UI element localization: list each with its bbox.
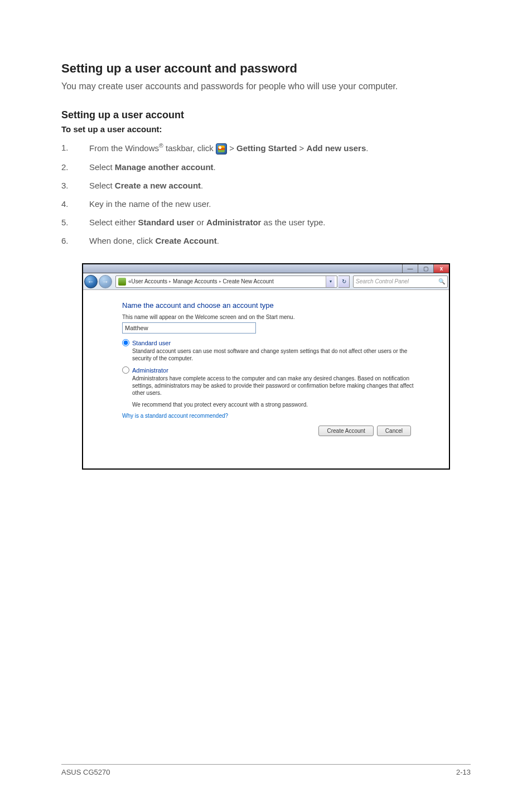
step3-a: Select bbox=[89, 181, 115, 190]
step5-c: or bbox=[194, 218, 206, 227]
refresh-button[interactable]: ↻ bbox=[338, 276, 350, 288]
why-standard-link[interactable]: Why is a standard account recommended? bbox=[122, 413, 430, 419]
close-button[interactable]: x bbox=[433, 264, 449, 273]
forward-button[interactable]: → bbox=[99, 275, 112, 288]
step1-c: > bbox=[227, 143, 236, 153]
content-sub: This name will appear on the Welcome scr… bbox=[122, 314, 430, 320]
recommend-text: We recommend that you protect every acco… bbox=[132, 401, 417, 408]
crumb-sep-1: ▸ bbox=[169, 279, 171, 284]
step1-d: Getting Started bbox=[236, 143, 297, 153]
screenshot-window: — ▢ x ← → « User Accounts ▸ Manage Accou… bbox=[82, 263, 450, 470]
step6-b: Create Account bbox=[155, 236, 216, 245]
step1-f: Add new users bbox=[307, 143, 366, 153]
intro-text: You may create user accounts and passwor… bbox=[61, 81, 471, 91]
step6-a: When done, click bbox=[89, 236, 155, 245]
content-area: Name the account and choose an account t… bbox=[83, 290, 449, 468]
step5-d: Administrator bbox=[206, 218, 261, 227]
step3-c: . bbox=[201, 181, 203, 190]
maximize-button[interactable]: ▢ bbox=[418, 264, 433, 273]
step-3: Select Create a new account. bbox=[61, 180, 471, 191]
step-6: When done, click Create Account. bbox=[61, 235, 471, 247]
standard-desc: Standard account users can use most soft… bbox=[132, 347, 417, 362]
step1-g: . bbox=[366, 143, 368, 153]
radio-admin-row[interactable]: Administrator bbox=[122, 366, 430, 374]
step2-c: . bbox=[214, 162, 216, 172]
nav-bar: ← → « User Accounts ▸ Manage Accounts ▸ … bbox=[83, 273, 449, 290]
radio-standard-label: Standard user bbox=[132, 340, 171, 346]
page-footer: ASUS CG5270 2-13 bbox=[61, 764, 471, 776]
content-heading: Name the account and choose an account t… bbox=[122, 301, 430, 310]
step5-e: as the user type. bbox=[261, 218, 325, 227]
search-placeholder: Search Control Panel bbox=[356, 278, 409, 284]
search-icon[interactable]: 🔍 bbox=[438, 278, 445, 284]
step3-b: Create a new account bbox=[115, 181, 201, 190]
user-accounts-icon bbox=[118, 278, 126, 286]
windows-flag-icon bbox=[216, 143, 227, 154]
account-name-input[interactable] bbox=[122, 322, 256, 334]
crumb-sep-2: ▸ bbox=[219, 279, 221, 284]
step5-b: Standard user bbox=[138, 218, 195, 227]
step1-b: taskbar, click bbox=[163, 143, 216, 153]
breadcrumb[interactable]: « User Accounts ▸ Manage Accounts ▸ Crea… bbox=[115, 276, 337, 288]
search-input[interactable]: Search Control Panel 🔍 bbox=[353, 276, 448, 288]
footer-left: ASUS CG5270 bbox=[61, 768, 110, 776]
radio-standard[interactable] bbox=[122, 339, 129, 346]
title-bar: — ▢ x bbox=[83, 264, 449, 273]
footer-right: 2-13 bbox=[456, 768, 471, 776]
step1-e: > bbox=[297, 143, 306, 153]
crumb-1[interactable]: User Accounts bbox=[132, 278, 167, 284]
step1-a: From the Windows bbox=[89, 143, 159, 153]
radio-admin[interactable] bbox=[122, 366, 129, 374]
radio-standard-row[interactable]: Standard user bbox=[122, 339, 430, 346]
minimize-button[interactable]: — bbox=[402, 264, 418, 273]
steps-list: From the Windows® taskbar, click > Getti… bbox=[61, 142, 471, 247]
breadcrumb-dropdown[interactable]: ▾ bbox=[326, 276, 335, 288]
step-2: Select Manage another account. bbox=[61, 161, 471, 173]
step6-c: . bbox=[217, 236, 219, 245]
step2-b: Manage another account bbox=[115, 162, 214, 172]
button-row: Create Account Cancel bbox=[122, 421, 430, 441]
step5-a: Select either bbox=[89, 218, 138, 227]
to-setup-line: To set up a user account: bbox=[61, 124, 471, 134]
step2-a: Select bbox=[89, 162, 115, 172]
create-account-button[interactable]: Create Account bbox=[318, 426, 373, 436]
step-4: Key in the name of the new user. bbox=[61, 198, 471, 210]
step-1: From the Windows® taskbar, click > Getti… bbox=[61, 142, 471, 154]
admin-desc: Administrators have complete access to t… bbox=[132, 375, 417, 397]
cancel-button[interactable]: Cancel bbox=[377, 426, 411, 436]
radio-admin-label: Administrator bbox=[132, 367, 168, 374]
heading-main: Setting up a user account and password bbox=[61, 61, 471, 76]
reg-mark: ® bbox=[159, 142, 163, 149]
step-5: Select either Standard user or Administr… bbox=[61, 216, 471, 228]
crumb-3[interactable]: Create New Account bbox=[223, 278, 274, 284]
back-button[interactable]: ← bbox=[84, 275, 98, 288]
crumb-2[interactable]: Manage Accounts bbox=[173, 278, 217, 284]
heading-sub: Setting up a user account bbox=[61, 109, 471, 121]
